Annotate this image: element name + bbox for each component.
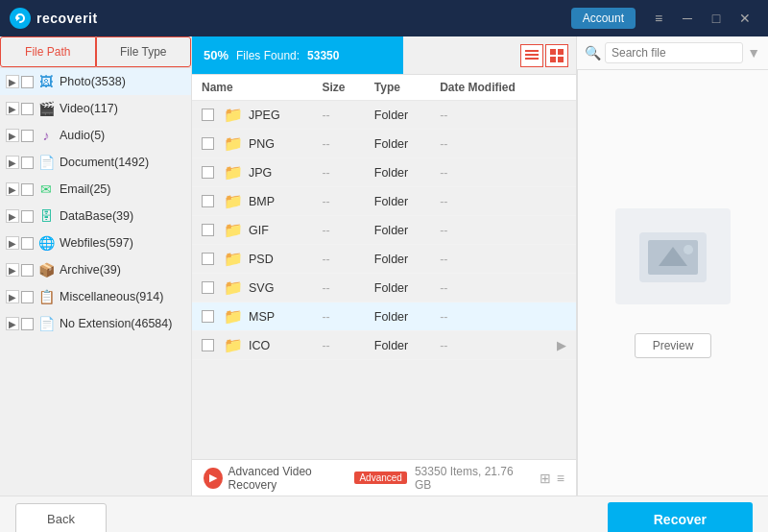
sidebar-item-noext[interactable]: ▶ 📄 No Extension(46584) [0,310,191,337]
cell-expand [547,274,576,302]
cell-type: Folder [365,101,430,130]
table-row[interactable]: 📁 SVG -- Folder -- [192,274,576,302]
row-checkbox[interactable] [202,281,214,294]
row-checkbox[interactable] [202,137,214,150]
expand-arrow[interactable]: ▶ [557,339,566,352]
archive-icon: 📦 [37,261,55,278]
expand-arrow-database[interactable]: ▶ [6,209,19,223]
checkbox-audio[interactable] [21,130,34,142]
expand-arrow-audio[interactable]: ▶ [6,129,19,142]
checkbox-photo[interactable] [21,76,34,88]
cell-name: 📁 GIF [192,216,312,245]
database-icon: 🗄 [37,207,55,225]
sidebar-tree: ▶ 🖼 Photo(3538) ▶ 🎬 Video(117) ▶ ♪ Audio… [0,68,191,496]
folder-icon: 📁 [224,134,243,153]
tab-file-path[interactable]: File Path [0,36,96,67]
checkbox-document[interactable] [21,157,34,169]
audio-icon: ♪ [37,127,55,144]
table-row[interactable]: 📁 GIF -- Folder -- [192,216,576,245]
table-row[interactable]: 📁 PSD -- Folder -- [192,245,576,274]
cell-expand [547,101,576,130]
maximize-button[interactable]: □ [703,8,730,29]
sidebar-item-video[interactable]: ▶ 🎬 Video(117) [0,95,191,122]
svg-rect-5 [550,49,556,55]
grid-view-button[interactable] [545,44,568,67]
sidebar-item-database[interactable]: ▶ 🗄 DataBase(39) [0,203,191,230]
expand-arrow-email[interactable]: ▶ [6,182,19,196]
file-name: SVG [249,281,274,295]
folder-icon: 📁 [224,221,243,239]
expand-arrow-noext[interactable]: ▶ [6,317,19,330]
sidebar-item-photo[interactable]: ▶ 🖼 Photo(3538) [0,68,191,95]
footer: Back Recover [0,496,768,532]
checkbox-misc[interactable] [21,291,34,303]
folder-icon: 📁 [224,307,243,326]
search-icon: 🔍 [585,45,601,60]
close-button[interactable]: ✕ [732,8,758,29]
list-icon[interactable]: ≡ [557,471,564,486]
sidebar-item-webfiles[interactable]: ▶ 🌐 Webfiles(597) [0,230,191,256]
checkbox-video[interactable] [21,103,34,115]
col-expand [547,75,576,101]
progress-bar: 50% Files Found: 53350 [192,36,403,74]
back-button[interactable]: Back [15,503,107,532]
expand-arrow-webfiles[interactable]: ▶ [6,236,19,250]
expand-arrow-document[interactable]: ▶ [6,156,19,169]
checkbox-archive[interactable] [21,264,34,277]
account-button[interactable]: Account [571,8,636,29]
table-row[interactable]: 📁 JPEG -- Folder -- [192,101,576,130]
folder-icon: 📁 [224,336,243,354]
advanced-video-recovery[interactable]: ▶ Advanced Video Recovery Advanced [204,465,407,492]
cell-type: Folder [365,302,430,331]
row-checkbox[interactable] [202,195,214,207]
expand-arrow-video[interactable]: ▶ [6,102,19,115]
checkbox-email[interactable] [21,183,34,196]
files-found-label: Files Found: [236,49,300,62]
checkbox-noext[interactable] [21,318,34,330]
sidebar-item-document[interactable]: ▶ 📄 Document(1492) [0,149,191,176]
titlebar: recoverit Account ≡ ─ □ ✕ [0,0,768,36]
table-row[interactable]: 📁 PNG -- Folder -- [192,130,576,158]
preview-area: Preview [577,70,768,496]
grid-icon[interactable]: ⊞ [540,471,551,486]
file-name: ICO [249,339,270,352]
cell-name: 📁 MSP [192,302,312,331]
cell-date: -- [430,101,547,130]
table-row[interactable]: 📁 ICO -- Folder -- ▶ [192,331,576,360]
preview-button[interactable]: Preview [635,333,712,358]
file-name: BMP [249,195,275,208]
sidebar-item-archive[interactable]: ▶ 📦 Archive(39) [0,256,191,283]
row-checkbox[interactable] [202,224,214,236]
cell-size: -- [312,187,364,216]
cell-type: Folder [365,187,430,216]
list-view-button[interactable] [520,44,543,67]
row-checkbox[interactable] [202,339,214,351]
cell-name: 📁 BMP [192,187,312,216]
menu-button[interactable]: ≡ [645,8,672,29]
checkbox-database[interactable] [21,210,34,223]
checkbox-webfiles[interactable] [21,237,34,250]
tab-file-type[interactable]: File Type [96,36,192,67]
row-checkbox[interactable] [202,109,214,121]
expand-arrow-photo[interactable]: ▶ [6,75,19,88]
bottom-bar: ▶ Advanced Video Recovery Advanced 53350… [192,459,576,496]
table-row[interactable]: 📁 MSP -- Folder -- [192,302,576,331]
row-checkbox[interactable] [202,166,214,179]
cell-size: -- [312,101,364,130]
table-row[interactable]: 📁 JPG -- Folder -- [192,158,576,187]
cell-expand [547,245,576,274]
recover-button[interactable]: Recover [608,502,753,533]
expand-arrow-misc[interactable]: ▶ [6,290,19,303]
row-checkbox[interactable] [202,253,214,265]
sidebar-item-audio[interactable]: ▶ ♪ Audio(5) [0,122,191,149]
table-row[interactable]: 📁 BMP -- Folder -- [192,187,576,216]
filter-icon[interactable]: ▼ [747,45,760,60]
sidebar-item-email[interactable]: ▶ ✉ Email(25) [0,176,191,203]
search-input[interactable] [605,42,743,63]
cell-date: -- [430,158,547,187]
sidebar-item-misc[interactable]: ▶ 📋 Miscellaneous(914) [0,283,191,310]
expand-arrow-archive[interactable]: ▶ [6,263,19,277]
row-checkbox[interactable] [202,310,214,323]
minimize-button[interactable]: ─ [674,8,701,29]
svg-rect-7 [550,57,556,62]
